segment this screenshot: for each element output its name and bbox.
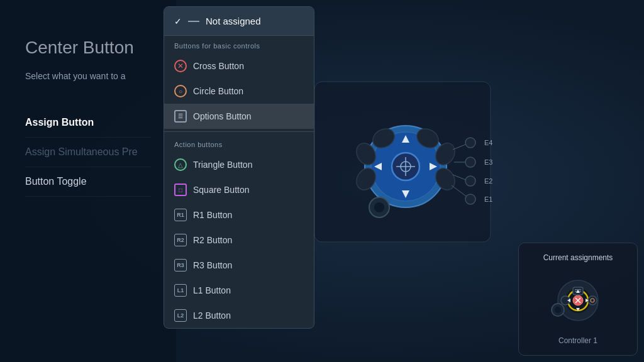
r1-button-label: R1 Button xyxy=(193,210,232,220)
cross-button-label: Cross Button xyxy=(193,61,244,71)
controller-label: Controller 1 xyxy=(529,336,627,345)
menu-item-button-toggle[interactable]: Button Toggle xyxy=(25,167,151,197)
circle-button-icon: ○ xyxy=(174,85,187,97)
circle-button-label: Circle Button xyxy=(193,86,243,96)
select-description: Select what you want to a xyxy=(25,70,151,83)
check-icon: ✓ xyxy=(174,16,182,26)
options-button-icon: ☰ xyxy=(174,110,187,123)
dropdown-item-r2[interactable]: R2 R2 Button xyxy=(164,228,314,253)
controller-svg: E4 E3 E2 E1 xyxy=(308,75,503,251)
options-button-label: Options Button xyxy=(193,111,252,121)
square-button-icon: □ xyxy=(174,184,187,196)
r2-badge: R2 xyxy=(174,234,187,246)
svg-point-38 xyxy=(555,307,561,313)
svg-text:E3: E3 xyxy=(484,158,492,166)
svg-text:E2: E2 xyxy=(484,177,492,185)
square-button-label: Square Button xyxy=(193,185,250,195)
svg-point-12 xyxy=(374,202,384,212)
l1-button-label: L1 Button xyxy=(193,285,231,295)
r3-button-label: R3 Button xyxy=(193,260,232,270)
triangle-button-label: Triangle Button xyxy=(193,160,252,170)
l2-button-label: L2 Button xyxy=(193,310,231,321)
dropdown-item-options[interactable]: ☰ Options Button xyxy=(164,104,314,129)
l1-badge: L1 xyxy=(174,284,187,297)
menu-item-assign-simultaneous: Assign Simultaneous Pre xyxy=(25,138,151,167)
svg-point-24 xyxy=(465,176,475,186)
mini-controller-svg xyxy=(537,272,619,329)
cross-button-icon: ✕ xyxy=(174,60,187,72)
dropdown-item-r1[interactable]: R1 R1 Button xyxy=(164,202,314,228)
current-assignments-title: Current assignments xyxy=(529,253,627,262)
assignment-dropdown: ✓ Not assigned Buttons for basic control… xyxy=(164,6,314,329)
page-title: Center Button xyxy=(25,38,151,58)
svg-text:E4: E4 xyxy=(484,139,492,146)
dropdown-item-cross[interactable]: ✕ Cross Button xyxy=(164,53,314,79)
dropdown-item-r3[interactable]: R3 R3 Button xyxy=(164,253,314,278)
dropdown-item-square[interactable]: □ Square Button xyxy=(164,177,314,202)
dash-icon xyxy=(188,21,199,22)
section-divider xyxy=(164,131,314,132)
svg-point-26 xyxy=(465,194,475,204)
dropdown-item-triangle[interactable]: △ Triangle Button xyxy=(164,152,314,177)
l2-badge: L2 xyxy=(174,309,187,322)
dropdown-item-circle[interactable]: ○ Circle Button xyxy=(164,79,314,104)
current-assignments-panel: Current assignments xyxy=(518,243,638,356)
section-label-basic: Buttons for basic controls xyxy=(164,36,314,53)
triangle-button-icon: △ xyxy=(174,158,187,171)
section-label-action: Action buttons xyxy=(164,134,314,152)
dropdown-selected-label: Not assigned xyxy=(206,16,261,26)
dropdown-item-l1[interactable]: L1 L1 Button xyxy=(164,278,314,303)
left-panel: Center Button Select what you want to a … xyxy=(0,0,176,362)
svg-point-43 xyxy=(588,296,597,305)
svg-text:E1: E1 xyxy=(484,195,492,203)
r3-badge: R3 xyxy=(174,259,187,272)
svg-point-20 xyxy=(465,138,475,148)
menu-item-assign-button[interactable]: Assign Button xyxy=(25,108,151,138)
dropdown-item-l2[interactable]: L2 L2 Button xyxy=(164,303,314,328)
dropdown-selected-item[interactable]: ✓ Not assigned xyxy=(164,7,314,36)
r2-button-label: R2 Button xyxy=(193,235,232,245)
r1-badge: R1 xyxy=(174,209,187,221)
controller-display: E4 E3 E2 E1 xyxy=(308,75,503,251)
svg-point-22 xyxy=(465,157,475,167)
mini-controller-display xyxy=(537,272,619,329)
